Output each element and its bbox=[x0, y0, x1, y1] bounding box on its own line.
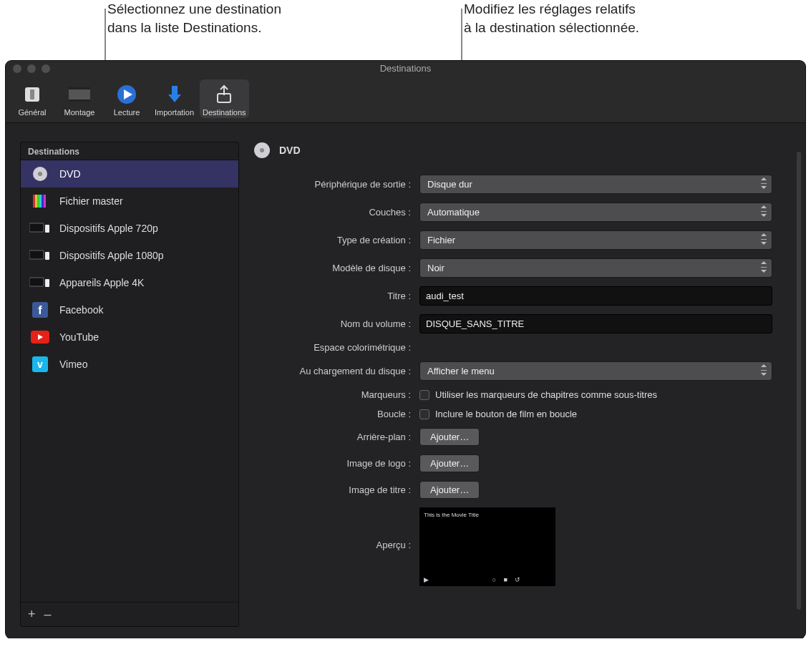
window-traffic-lights bbox=[13, 64, 50, 73]
destination-dvd[interactable]: DVD bbox=[21, 160, 238, 188]
destination-apple-1080p[interactable]: Dispositifs Apple 1080p bbox=[21, 242, 238, 269]
svg-rect-15 bbox=[37, 195, 39, 208]
minimize-icon[interactable] bbox=[27, 64, 36, 73]
svg-rect-7 bbox=[172, 86, 178, 94]
colorbars-icon bbox=[29, 194, 51, 208]
window-title: Destinations bbox=[380, 63, 432, 74]
destination-apple-4k[interactable]: Appareils Apple 4K bbox=[21, 269, 238, 296]
destination-facebook[interactable]: f Facebook bbox=[21, 296, 238, 323]
destination-youtube[interactable]: YouTube bbox=[21, 323, 238, 351]
label-title-image: Image de titre : bbox=[253, 484, 411, 495]
add-logo-button[interactable]: Ajouter… bbox=[419, 454, 480, 472]
tab-playback[interactable]: Lecture bbox=[105, 79, 149, 118]
label-color-space: Espace colorimétrique : bbox=[253, 342, 411, 353]
popup-layers[interactable]: Automatique bbox=[419, 203, 772, 222]
popup-value: Automatique bbox=[427, 207, 480, 218]
devices-icon bbox=[29, 276, 51, 290]
switch-icon bbox=[20, 82, 44, 107]
share-icon bbox=[212, 82, 236, 107]
loop-checkbox-label: Inclure le bouton de film en boucle bbox=[435, 409, 577, 419]
destination-label: Facebook bbox=[59, 304, 103, 316]
svg-rect-22 bbox=[45, 252, 49, 260]
youtube-icon bbox=[29, 330, 51, 344]
callout-right: Modifiez les réglages relatifs à la dest… bbox=[464, 0, 639, 37]
label-layers: Couches : bbox=[253, 207, 411, 218]
tab-import[interactable]: Importation bbox=[152, 79, 197, 118]
chevron-updown-icon bbox=[761, 364, 768, 376]
detail-title: DVD bbox=[279, 145, 301, 156]
loop-checkbox[interactable] bbox=[419, 409, 429, 419]
remove-destination-button[interactable]: – bbox=[44, 607, 52, 622]
destination-label: Dispositifs Apple 1080p bbox=[59, 250, 164, 261]
label-build-type: Type de création : bbox=[253, 235, 411, 245]
svg-marker-8 bbox=[168, 94, 181, 102]
tab-label: Importation bbox=[155, 108, 194, 117]
label-loop: Boucle : bbox=[253, 409, 411, 419]
popup-disc-template[interactable]: Noir bbox=[419, 258, 772, 278]
label-on-load: Au chargement du disque : bbox=[253, 366, 411, 376]
svg-rect-21 bbox=[29, 250, 44, 259]
destination-label: Vimeo bbox=[59, 359, 87, 370]
tab-label: Destinations bbox=[203, 108, 246, 117]
svg-rect-13 bbox=[33, 195, 35, 208]
popup-output-device[interactable]: Disque dur bbox=[419, 175, 772, 194]
vimeo-icon: v bbox=[29, 357, 51, 371]
callout-left-line1: Sélectionnez une destination bbox=[107, 1, 281, 16]
destination-vimeo[interactable]: v Vimeo bbox=[21, 351, 238, 378]
callout-right-line1: Modifiez les réglages relatifs bbox=[464, 1, 636, 16]
label-markers: Marqueurs : bbox=[253, 389, 411, 400]
popup-value: Afficher le menu bbox=[427, 366, 495, 376]
svg-rect-16 bbox=[39, 195, 42, 208]
tab-destinations[interactable]: Destinations bbox=[200, 79, 249, 118]
preview-thumbnail: This is the Movie Title ▶ ○ ■ ↺ bbox=[419, 507, 555, 586]
popup-value: Disque dur bbox=[427, 179, 472, 190]
tab-label: Montage bbox=[64, 108, 95, 117]
vertical-scrollbar[interactable] bbox=[797, 152, 801, 610]
prefs-body: Destinations DVD Fichier master bbox=[6, 123, 805, 638]
destination-master-file[interactable]: Fichier master bbox=[21, 188, 238, 215]
close-icon[interactable] bbox=[13, 64, 21, 73]
disc-icon bbox=[29, 167, 51, 181]
destination-label: YouTube bbox=[59, 331, 99, 343]
window-titlebar: Destinations bbox=[6, 61, 805, 77]
zoom-icon[interactable] bbox=[42, 64, 50, 73]
tab-editing[interactable]: Montage bbox=[57, 79, 102, 118]
svg-rect-18 bbox=[44, 195, 46, 208]
preferences-window: Destinations Général Montage Lecture Im bbox=[6, 61, 805, 638]
prefs-toolbar: Général Montage Lecture Importation Dest… bbox=[6, 77, 805, 123]
add-destination-button[interactable]: + bbox=[28, 607, 36, 622]
markers-checkbox[interactable] bbox=[419, 390, 429, 400]
svg-text:v: v bbox=[37, 359, 43, 370]
label-title: Titre : bbox=[253, 291, 411, 301]
add-background-button[interactable]: Ajouter… bbox=[419, 428, 480, 446]
label-volume-name: Nom du volume : bbox=[253, 318, 411, 329]
preview-controls: ▶ ○ ■ ↺ bbox=[424, 576, 551, 583]
svg-rect-23 bbox=[29, 278, 44, 286]
play-icon bbox=[115, 82, 139, 107]
devices-icon bbox=[29, 221, 51, 235]
label-output-device: Périphérique de sortie : bbox=[253, 179, 411, 190]
title-field[interactable] bbox=[419, 286, 772, 306]
sidebar-footer: + – bbox=[21, 602, 238, 626]
detail-header: DVD bbox=[253, 142, 772, 159]
label-logo: Image de logo : bbox=[253, 458, 411, 469]
popup-build-type[interactable]: Fichier bbox=[419, 230, 772, 250]
chevron-updown-icon bbox=[761, 261, 768, 273]
svg-rect-19 bbox=[29, 223, 44, 232]
popup-on-load[interactable]: Afficher le menu bbox=[419, 361, 772, 381]
volume-name-field[interactable] bbox=[419, 314, 772, 333]
svg-point-12 bbox=[38, 172, 42, 176]
callouts: Sélectionnez une destination dans la lis… bbox=[0, 0, 811, 61]
label-disc-template: Modèle de disque : bbox=[253, 263, 411, 273]
svg-rect-3 bbox=[69, 87, 90, 89]
tab-general[interactable]: Général bbox=[10, 79, 54, 118]
label-background: Arrière-plan : bbox=[253, 432, 411, 442]
add-title-image-button[interactable]: Ajouter… bbox=[419, 481, 480, 499]
destinations-sidebar: Destinations DVD Fichier master bbox=[20, 142, 239, 627]
svg-rect-4 bbox=[69, 99, 90, 102]
destination-apple-720p[interactable]: Dispositifs Apple 720p bbox=[21, 215, 238, 242]
chevron-updown-icon bbox=[761, 177, 768, 189]
tab-label: Général bbox=[18, 108, 46, 117]
filmstrip-icon bbox=[67, 82, 92, 107]
destination-label: DVD bbox=[59, 168, 81, 180]
